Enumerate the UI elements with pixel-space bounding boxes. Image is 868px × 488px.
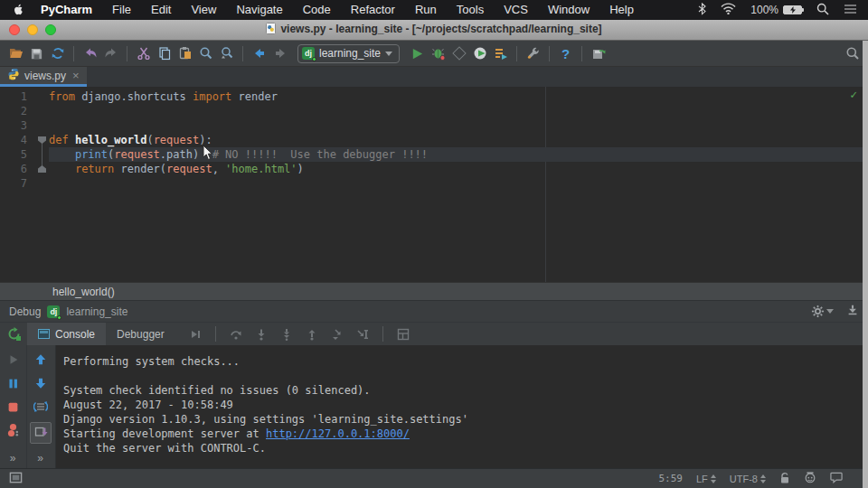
menu-pycharm[interactable]: PyCharm <box>31 0 102 20</box>
tab-console[interactable]: Console <box>27 323 106 346</box>
profiler-icon[interactable] <box>469 43 490 64</box>
console-link[interactable]: http://127.0.0.1:8000/ <box>266 427 410 440</box>
replace-in-path-icon[interactable] <box>216 43 237 64</box>
find-icon[interactable] <box>195 43 216 64</box>
gear-icon[interactable] <box>811 305 834 318</box>
tab-views-py[interactable]: views.py × <box>0 67 87 87</box>
line-number: 1 <box>0 89 27 104</box>
restore-frame-icon[interactable] <box>32 399 50 415</box>
wifi-icon[interactable] <box>721 3 736 17</box>
line-number: 3 <box>0 118 27 133</box>
fold-marker-icon[interactable] <box>38 165 46 173</box>
menu-navigate[interactable]: Navigate <box>226 0 292 20</box>
scroll-to-end-icon[interactable] <box>30 422 52 444</box>
line-number: 5 <box>0 147 27 162</box>
step-into-icon[interactable] <box>250 324 272 344</box>
line-separator-selector[interactable]: LF <box>696 474 716 484</box>
open-folder-icon[interactable] <box>5 43 26 64</box>
debug-toolwindow-header: Debug dj learning_site <box>0 300 868 322</box>
run-configuration-selector[interactable]: dj learning_site <box>297 44 400 63</box>
redo-icon[interactable] <box>100 43 121 64</box>
window-titlebar[interactable]: views.py - learning_site - [~/projects/s… <box>0 20 868 41</box>
notification-center-icon[interactable] <box>844 4 857 17</box>
menu-vcs[interactable]: VCS <box>494 0 538 20</box>
step-up-icon[interactable] <box>32 352 50 368</box>
console-icon <box>38 329 50 339</box>
fold-marker-icon[interactable] <box>38 136 46 144</box>
cut-icon[interactable] <box>133 43 154 64</box>
run-with-coverage-icon[interactable] <box>448 43 469 64</box>
tab-label: views.py <box>24 70 66 82</box>
rerun-icon[interactable] <box>0 326 27 342</box>
step-over-icon[interactable] <box>225 324 247 344</box>
apple-menu-icon[interactable] <box>13 4 25 17</box>
paste-icon[interactable] <box>175 43 195 64</box>
toolwindow-switcher-icon[interactable] <box>9 471 23 486</box>
console-line: August 22, 2017 - 10:58:49 <box>63 398 868 412</box>
forward-icon[interactable] <box>269 43 290 64</box>
run-to-cursor-icon[interactable] <box>326 324 348 344</box>
force-step-into-icon[interactable] <box>276 324 297 344</box>
more-chevron[interactable]: » <box>10 452 17 465</box>
back-icon[interactable] <box>249 43 269 64</box>
code-line: 6 return render(request, 'home.html') <box>0 162 868 176</box>
more-chevron[interactable]: » <box>37 452 44 465</box>
run-icon[interactable] <box>407 43 428 64</box>
caret-position[interactable]: 5:59 <box>658 473 683 484</box>
save-with-sync-icon[interactable] <box>588 43 609 64</box>
menu-run[interactable]: Run <box>405 0 447 20</box>
stop-icon[interactable] <box>5 399 23 415</box>
code-line: 2 <box>0 104 868 118</box>
help-icon[interactable]: ? <box>555 43 576 64</box>
evaluate-expression-icon[interactable] <box>352 324 373 344</box>
encoding-selector[interactable]: UTF-8 <box>730 474 766 484</box>
code-editor[interactable]: 1from django.shortcuts import render2 3 … <box>0 87 868 282</box>
restore-layout-icon[interactable] <box>392 324 414 344</box>
menu-code[interactable]: Code <box>293 0 341 20</box>
concurrency-diagram-icon[interactable] <box>490 43 511 64</box>
code-line: 5 print(request.path) # NO !!!!! Use the… <box>0 147 868 162</box>
step-down-icon[interactable] <box>32 375 50 391</box>
menu-edit[interactable]: Edit <box>141 0 181 20</box>
search-everywhere-icon[interactable] <box>842 43 863 64</box>
show-execution-point-icon[interactable] <box>184 324 206 344</box>
console-output[interactable]: Performing system checks... System check… <box>56 345 868 468</box>
window-title: views.py - learning_site - [~/projects/s… <box>0 23 868 37</box>
hector-inspector-icon[interactable] <box>804 471 816 486</box>
unlocked-icon[interactable] <box>779 472 790 486</box>
menu-help[interactable]: Help <box>599 0 644 20</box>
close-tab-icon[interactable]: × <box>72 69 80 82</box>
updown-arrows-icon <box>711 474 716 483</box>
inspection-ok-icon[interactable]: ✓ <box>850 88 857 101</box>
menu-refactor[interactable]: Refactor <box>341 0 405 20</box>
menu-file[interactable]: File <box>102 0 141 20</box>
chevron-down-icon <box>385 52 392 56</box>
save-all-icon[interactable] <box>26 43 47 64</box>
pause-icon[interactable] <box>5 375 23 391</box>
step-out-icon[interactable] <box>301 324 323 344</box>
resume-icon[interactable] <box>5 352 23 368</box>
event-log-icon[interactable] <box>830 472 843 485</box>
undo-icon[interactable] <box>80 43 100 64</box>
menu-tools[interactable]: Tools <box>447 0 494 20</box>
console-line: Django version 1.10.3, using settings 'l… <box>63 412 868 427</box>
toolbar-separator <box>581 46 582 61</box>
console-area: » » Performing system checks... System c… <box>0 345 868 468</box>
battery-icon[interactable]: 100% <box>750 4 802 16</box>
settings-wrench-icon[interactable] <box>523 43 543 64</box>
menu-view[interactable]: View <box>181 0 226 20</box>
copy-icon[interactable] <box>154 43 175 64</box>
tab-label: Debugger <box>117 328 165 341</box>
window-scrollbar-strip[interactable] <box>863 41 868 488</box>
synchronize-icon[interactable] <box>47 43 68 64</box>
line-number: 4 <box>0 133 27 147</box>
console-text: Performing system checks... <box>63 355 240 368</box>
bluetooth-icon[interactable] <box>698 3 706 18</box>
view-breakpoints-icon[interactable] <box>5 422 23 438</box>
debug-icon[interactable] <box>428 43 448 64</box>
tab-debugger[interactable]: Debugger <box>106 323 175 346</box>
hide-toolwindow-icon[interactable] <box>846 304 859 320</box>
spotlight-search-icon[interactable] <box>816 3 829 18</box>
debug-frame-bar[interactable]: hello_world() <box>0 282 868 300</box>
menu-window[interactable]: Window <box>538 0 599 20</box>
